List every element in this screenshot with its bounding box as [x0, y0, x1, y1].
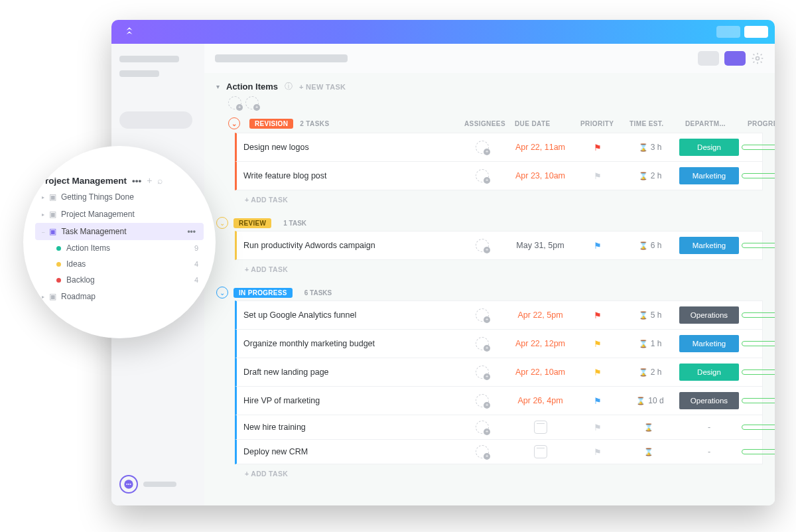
- time-estimate[interactable]: ⌛1 h: [639, 339, 662, 348]
- progress-cell[interactable]: 0%: [742, 424, 775, 431]
- time-estimate[interactable]: ⌛2 h: [639, 171, 662, 180]
- tree-folder[interactable]: ▸ ▣ Project Management: [35, 206, 204, 223]
- progress-cell[interactable]: 0%: [742, 340, 775, 348]
- department-tag[interactable]: Marketing: [679, 237, 739, 254]
- more-icon[interactable]: •••: [187, 227, 200, 236]
- collapse-group-icon[interactable]: ⌄: [216, 287, 228, 299]
- department-empty[interactable]: -: [708, 447, 710, 456]
- department-tag[interactable]: Marketing: [679, 167, 739, 184]
- progress-cell[interactable]: 0%: [742, 172, 775, 180]
- assignee-add-icon[interactable]: +: [476, 169, 489, 182]
- window-control-2[interactable]: [744, 26, 768, 38]
- window-control-1[interactable]: [716, 26, 740, 38]
- department-tag[interactable]: Design: [679, 364, 739, 381]
- task-group: ⌄ REVIEW 1 TASK Run productivity Adwords…: [204, 213, 775, 283]
- new-task-button[interactable]: + NEW TASK: [299, 83, 346, 91]
- department-tag[interactable]: Marketing: [679, 335, 739, 352]
- time-estimate[interactable]: ⌛5 h: [639, 310, 662, 320]
- progress-cell[interactable]: 0%: [742, 397, 775, 405]
- collapse-group-icon[interactable]: ⌄: [228, 117, 240, 129]
- priority-flag-icon[interactable]: ⚑: [574, 241, 621, 251]
- assignee-add-icon[interactable]: +: [476, 445, 489, 458]
- add-task-button[interactable]: + ADD TASK: [235, 190, 763, 209]
- progress-cell[interactable]: 0%: [742, 448, 775, 456]
- assignee-add-icon[interactable]: +: [476, 337, 489, 350]
- priority-flag-icon[interactable]: ⚑: [574, 447, 621, 457]
- gear-icon[interactable]: [751, 52, 764, 65]
- task-row[interactable]: Set up Google Analytics funnel + Apr 22,…: [235, 300, 763, 330]
- priority-flag-icon[interactable]: ⚑: [574, 396, 621, 406]
- svg-point-1: [126, 484, 127, 485]
- status-chip[interactable]: IN PROGRESS: [233, 288, 293, 298]
- department-tag[interactable]: Operations: [679, 392, 739, 409]
- task-row[interactable]: Organize monthly marketing budget + Apr …: [235, 329, 763, 358]
- info-icon[interactable]: ⓘ: [285, 81, 293, 92]
- priority-flag-icon[interactable]: ⚑: [574, 171, 621, 181]
- tree-list[interactable]: Ideas 4: [35, 256, 204, 272]
- due-date[interactable]: May 31, 5pm: [516, 241, 564, 250]
- progress-cell[interactable]: 0%: [742, 144, 775, 151]
- tree-list[interactable]: Backlog 4: [35, 272, 204, 288]
- hourglass-icon[interactable]: ⌛: [644, 448, 653, 456]
- assignee-add-icon[interactable]: +: [476, 239, 489, 252]
- assignee-add-icon[interactable]: +: [476, 421, 489, 434]
- hourglass-icon[interactable]: ⌛: [644, 423, 653, 431]
- sidebar-search-pill[interactable]: [119, 111, 192, 129]
- priority-flag-icon[interactable]: ⚑: [574, 367, 621, 377]
- time-estimate[interactable]: ⌛10 d: [636, 396, 663, 405]
- assignee-add-icon[interactable]: +: [476, 308, 489, 322]
- due-date[interactable]: Apr 22, 5pm: [517, 310, 563, 320]
- priority-flag-icon[interactable]: ⚑: [574, 143, 621, 153]
- tree-list[interactable]: Action Items 9: [35, 240, 204, 256]
- task-row[interactable]: Run productivity Adwords campaign + May …: [235, 231, 763, 260]
- department-tag[interactable]: Design: [679, 139, 739, 156]
- status-chip[interactable]: REVISION: [249, 119, 293, 129]
- tree-folder[interactable]: ▸ ▣ Roadmap: [35, 288, 204, 305]
- view-toggle-1[interactable]: [698, 51, 719, 66]
- due-date[interactable]: Apr 22, 10am: [515, 367, 565, 377]
- task-row[interactable]: Write feature blog post + Apr 23, 10am ⚑…: [235, 161, 763, 190]
- priority-flag-icon[interactable]: ⚑: [574, 310, 621, 320]
- assignee-add-icon[interactable]: +: [245, 96, 259, 109]
- search-icon[interactable]: ⌕: [157, 175, 163, 186]
- assignee-add-icon[interactable]: +: [476, 366, 489, 379]
- task-row[interactable]: New hire training + ⚑ ⌛ - 0%: [235, 415, 763, 440]
- due-date[interactable]: Apr 23, 10am: [515, 171, 565, 180]
- task-row[interactable]: Deploy new CRM + ⚑ ⌛ - 0%: [235, 439, 763, 464]
- assignee-add-icon[interactable]: +: [228, 96, 241, 109]
- status-chip[interactable]: REVIEW: [233, 218, 271, 228]
- priority-flag-icon[interactable]: ⚑: [574, 423, 621, 432]
- department-tag[interactable]: Operations: [679, 306, 739, 324]
- task-row[interactable]: Design new logos + Apr 22, 11am ⚑ ⌛3 h D…: [235, 133, 763, 162]
- view-toggle-2[interactable]: [724, 51, 746, 66]
- time-estimate[interactable]: ⌛3 h: [639, 143, 662, 152]
- add-task-button[interactable]: + ADD TASK: [235, 260, 763, 279]
- progress-cell[interactable]: 0%: [742, 312, 775, 319]
- more-icon[interactable]: •••: [132, 176, 141, 186]
- task-row[interactable]: Draft new landing page + Apr 22, 10am ⚑ …: [235, 358, 763, 387]
- status-dot-icon: [56, 246, 61, 251]
- add-task-button[interactable]: + ADD TASK: [235, 464, 763, 483]
- tree-folder[interactable]: – ▣ Task Management•••: [35, 223, 204, 240]
- task-row[interactable]: Hire VP of marketing + Apr 26, 4pm ⚑ ⌛10…: [235, 386, 763, 415]
- add-icon[interactable]: +: [147, 175, 152, 186]
- calendar-icon[interactable]: [534, 421, 547, 434]
- due-date[interactable]: Apr 22, 12pm: [515, 339, 565, 348]
- due-date[interactable]: Apr 22, 11am: [515, 143, 565, 152]
- due-date[interactable]: Apr 26, 4pm: [517, 396, 563, 405]
- space-title-row[interactable]: Project Management ••• + ⌕: [35, 172, 204, 188]
- assignee-add-icon[interactable]: +: [476, 394, 489, 407]
- tree-folder[interactable]: ▸ ▣ Getting Things Done: [35, 188, 204, 206]
- time-estimate[interactable]: ⌛2 h: [639, 367, 662, 377]
- progress-cell[interactable]: 0%: [742, 369, 775, 376]
- chat-icon[interactable]: [119, 475, 138, 494]
- assignee-add-icon[interactable]: +: [476, 141, 489, 154]
- collapse-group-icon[interactable]: ⌄: [216, 217, 228, 229]
- priority-flag-icon[interactable]: ⚑: [574, 339, 621, 349]
- department-empty[interactable]: -: [708, 423, 710, 432]
- time-estimate[interactable]: ⌛6 h: [639, 241, 662, 250]
- calendar-icon[interactable]: [534, 445, 547, 458]
- progress-cell[interactable]: 0%: [742, 242, 775, 249]
- chevron-down-icon[interactable]: ▾: [216, 83, 220, 90]
- task-name: Deploy new CRM: [243, 447, 456, 456]
